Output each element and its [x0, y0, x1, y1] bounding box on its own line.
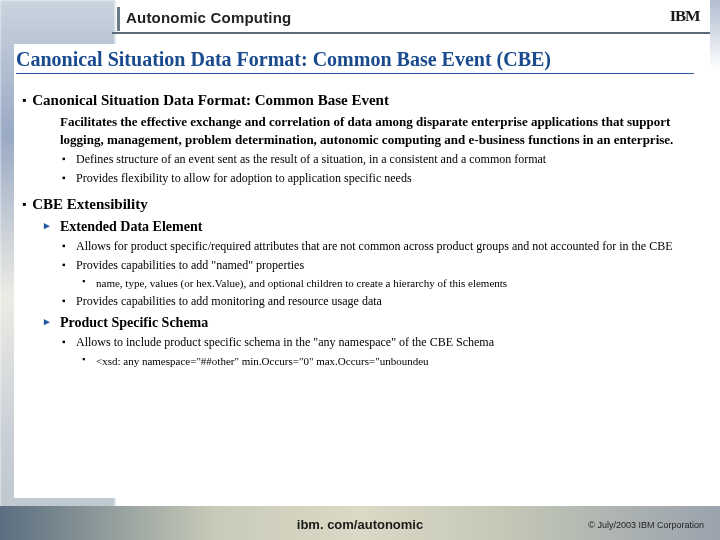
section-1-heading: Canonical Situation Data Format: Common … [22, 92, 706, 109]
section-1-body: Facilitates the effective exchange and c… [60, 113, 692, 148]
slide-title: Canonical Situation Data Format: Common … [16, 48, 694, 74]
section-2-sub-2: Product Specific Schema [60, 315, 706, 331]
header-brand: Autonomic Computing [117, 7, 291, 31]
section-2-heading: CBE Extensibility [22, 196, 706, 213]
footer-copyright: © July/2003 IBM Corporation [588, 520, 704, 530]
section-2-bullet-3: Provides capabilities to add monitoring … [76, 294, 682, 310]
ibm-logo: IBM [670, 8, 700, 25]
section-1-bullet-2: Provides flexibility to allow for adopti… [76, 171, 682, 187]
section-2-sub-1: Extended Data Element [60, 219, 706, 235]
slide-body: Canonical Situation Data Format: Common … [14, 44, 706, 498]
section-2-bullet-1: Allows for product specific/required att… [76, 239, 682, 255]
header-rule [112, 32, 710, 34]
section-2-bullet-2a: name, type, values (or hex.Value), and o… [96, 276, 678, 290]
section-2-bullet-4: Allows to include product specific schem… [76, 335, 682, 351]
footer-url: ibm. com/autonomic [297, 517, 423, 532]
section-2-bullet-4a: <xsd: any namespace="##other" min.Occurs… [96, 354, 678, 368]
section-1-bullet-1: Defines structure of an event sent as th… [76, 152, 682, 168]
section-2-bullet-2: Provides capabilities to add "named" pro… [76, 258, 682, 274]
background-right-stripe [710, 0, 720, 70]
